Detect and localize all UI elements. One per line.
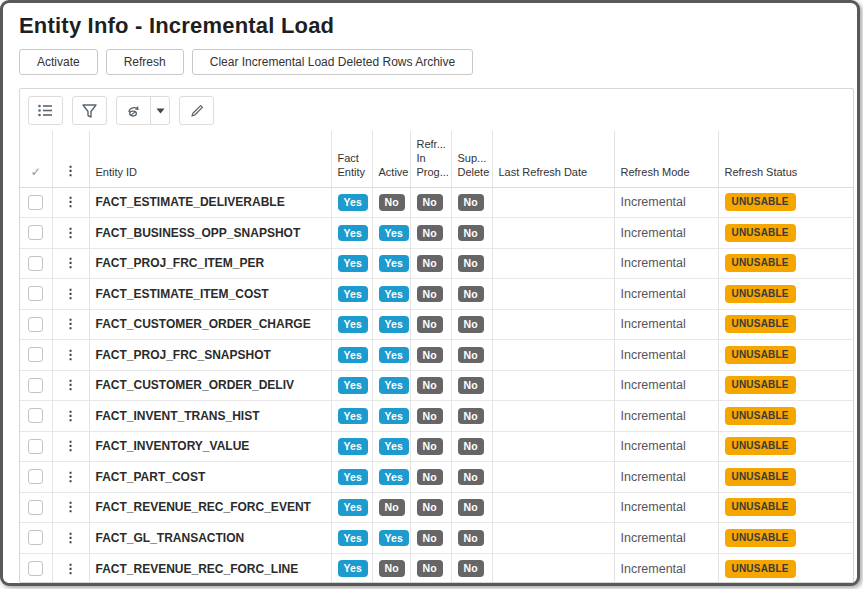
dropdown-caret-icon[interactable]: [150, 97, 169, 124]
column-header-refresh-in-progress[interactable]: Refr... In Prog...: [410, 131, 451, 187]
refresh-status-badge: UNUSABLE: [725, 224, 796, 242]
refresh-in-progress-badge: No: [417, 530, 443, 547]
row-checkbox[interactable]: [28, 500, 43, 515]
page-title: Entity Info - Incremental Load: [19, 13, 334, 39]
refresh-status-badge: UNUSABLE: [725, 376, 796, 394]
clear-archive-button[interactable]: Clear Incremental Load Deleted Rows Arch…: [192, 49, 473, 75]
entity-id-cell: FACT_CUSTOMER_ORDER_DELIV: [96, 378, 294, 392]
menu-column-icon: [64, 163, 77, 178]
grid-toolbar: [28, 96, 214, 125]
table-row: FACT_INVENTORY_VALUE Yes Yes No No Incre…: [20, 431, 854, 462]
suppress-delete-badge: No: [458, 286, 484, 303]
refresh-status-badge: UNUSABLE: [725, 315, 796, 333]
entity-id-cell: FACT_REVENUE_REC_FORC_EVENT: [96, 500, 311, 514]
activate-button[interactable]: Activate: [19, 49, 98, 75]
fact-entity-badge: Yes: [338, 347, 368, 364]
row-menu-icon[interactable]: [64, 380, 77, 390]
entity-id-cell: FACT_ESTIMATE_ITEM_COST: [96, 287, 269, 301]
refresh-status-badge: UNUSABLE: [725, 193, 796, 211]
edit-button[interactable]: [179, 96, 214, 125]
row-checkbox[interactable]: [28, 256, 43, 271]
column-header-select[interactable]: ✓: [20, 131, 52, 187]
active-badge: Yes: [379, 347, 409, 364]
refresh-status-badge: UNUSABLE: [725, 285, 796, 303]
row-checkbox[interactable]: [28, 286, 43, 301]
table-row: FACT_PROJ_FRC_ITEM_PER Yes Yes No No Inc…: [20, 248, 854, 279]
table-row: FACT_PART_COST Yes Yes No No Incremental…: [20, 462, 854, 493]
refresh-in-progress-badge: No: [417, 438, 443, 455]
row-menu-icon[interactable]: [64, 350, 77, 360]
column-header-refresh-mode[interactable]: Refresh Mode: [614, 131, 718, 187]
refresh-button[interactable]: Refresh: [106, 49, 184, 75]
fact-entity-badge: Yes: [338, 255, 368, 272]
suppress-delete-badge: No: [458, 255, 484, 272]
row-menu-icon[interactable]: [64, 258, 77, 268]
refresh-mode-cell: Incremental: [621, 562, 686, 576]
row-menu-icon[interactable]: [64, 319, 77, 329]
row-checkbox[interactable]: [28, 408, 43, 423]
list-view-icon: [38, 104, 53, 117]
refresh-in-progress-badge: No: [417, 255, 443, 272]
refresh-mode-cell: Incremental: [621, 348, 686, 362]
row-menu-icon[interactable]: [64, 564, 77, 574]
row-menu-icon[interactable]: [64, 533, 77, 543]
table-row: FACT_CUSTOMER_ORDER_CHARGE Yes Yes No No…: [20, 309, 854, 340]
sync-split-button[interactable]: [116, 96, 170, 125]
active-badge: Yes: [379, 377, 409, 394]
entity-id-cell: FACT_CUSTOMER_ORDER_CHARGE: [96, 317, 311, 331]
fact-entity-badge: Yes: [338, 560, 368, 577]
refresh-mode-cell: Incremental: [621, 226, 686, 240]
suppress-delete-badge: No: [458, 377, 484, 394]
row-menu-icon[interactable]: [64, 441, 77, 451]
row-checkbox[interactable]: [28, 469, 43, 484]
active-badge: Yes: [379, 469, 409, 486]
table-row: FACT_ESTIMATE_ITEM_COST Yes Yes No No In…: [20, 279, 854, 310]
refresh-status-badge: UNUSABLE: [725, 468, 796, 486]
column-header-active[interactable]: Active: [372, 131, 410, 187]
refresh-mode-cell: Incremental: [621, 287, 686, 301]
sync-icon[interactable]: [117, 97, 150, 124]
refresh-mode-cell: Incremental: [621, 470, 686, 484]
suppress-delete-badge: No: [458, 408, 484, 425]
active-badge: Yes: [379, 286, 409, 303]
column-header-entity-id[interactable]: Entity ID: [89, 131, 331, 187]
active-badge: Yes: [379, 530, 409, 547]
active-badge: Yes: [379, 225, 409, 242]
column-header-fact-entity[interactable]: Fact Entity: [331, 131, 372, 187]
row-menu-icon[interactable]: [64, 228, 77, 238]
filter-button[interactable]: [72, 96, 107, 125]
refresh-mode-cell: Incremental: [621, 317, 686, 331]
table-row: FACT_REVENUE_REC_FORC_EVENT Yes No No No…: [20, 492, 854, 523]
filter-icon: [82, 104, 97, 118]
row-checkbox[interactable]: [28, 439, 43, 454]
row-checkbox[interactable]: [28, 195, 43, 210]
row-checkbox[interactable]: [28, 347, 43, 362]
table-row: FACT_CUSTOMER_ORDER_DELIV Yes Yes No No …: [20, 370, 854, 401]
row-menu-icon[interactable]: [64, 502, 77, 512]
row-checkbox[interactable]: [28, 225, 43, 240]
entity-id-cell: FACT_PART_COST: [96, 470, 206, 484]
active-badge: No: [379, 499, 405, 516]
entity-id-cell: FACT_INVENT_TRANS_HIST: [96, 409, 260, 423]
refresh-in-progress-badge: No: [417, 347, 443, 364]
row-checkbox[interactable]: [28, 317, 43, 332]
refresh-status-badge: UNUSABLE: [725, 437, 796, 455]
row-menu-icon[interactable]: [64, 472, 77, 482]
row-menu-icon[interactable]: [64, 411, 77, 421]
column-header-last-refresh-date[interactable]: Last Refresh Date: [492, 131, 614, 187]
refresh-in-progress-badge: No: [417, 286, 443, 303]
table-row: FACT_INVENT_TRANS_HIST Yes Yes No No Inc…: [20, 401, 854, 432]
row-checkbox[interactable]: [28, 378, 43, 393]
row-menu-icon[interactable]: [64, 197, 77, 207]
column-header-suppress-delete[interactable]: Sup... Delete: [451, 131, 492, 187]
row-menu-icon[interactable]: [64, 289, 77, 299]
list-view-button[interactable]: [28, 96, 63, 125]
row-checkbox[interactable]: [28, 530, 43, 545]
app-window: Entity Info - Incremental Load Activate …: [0, 0, 860, 586]
column-header-refresh-status[interactable]: Refresh Status: [718, 131, 854, 187]
table-row: FACT_REVENUE_REC_FORC_LINE Yes No No No …: [20, 553, 854, 583]
fact-entity-badge: Yes: [338, 530, 368, 547]
refresh-mode-cell: Incremental: [621, 378, 686, 392]
row-checkbox[interactable]: [28, 561, 43, 576]
refresh-mode-cell: Incremental: [621, 439, 686, 453]
